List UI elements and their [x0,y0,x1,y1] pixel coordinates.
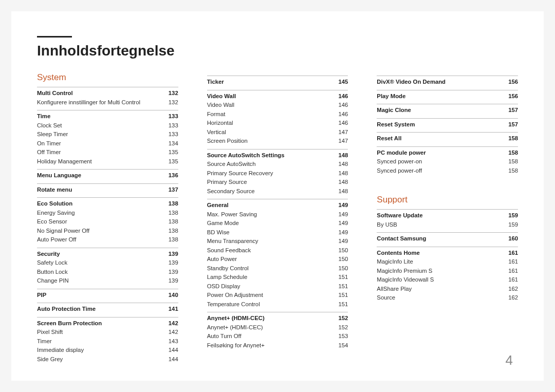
toc-heading-row[interactable]: PIP140 [37,291,178,300]
toc-entry-row[interactable]: Lamp Schedule151 [207,273,348,282]
toc-entry-row[interactable]: Clock Set133 [37,121,178,130]
toc-entry-row[interactable]: Eco Sensor138 [37,217,178,227]
toc-entry-row[interactable]: Max. Power Saving149 [207,210,348,219]
toc-heading-row[interactable]: DivX® Video On Demand156 [377,78,518,87]
toc-entry-row[interactable]: Synced power-on158 [377,157,518,166]
toc-heading-row[interactable]: Multi Control132 [37,89,178,98]
toc-entry-row[interactable]: Feilsøking for Anynet+154 [207,341,348,350]
toc-entry-row[interactable]: Synced power-off158 [377,166,518,176]
toc-heading-row[interactable]: General149 [207,201,348,210]
toc-heading-page: 148 [333,151,348,160]
toc-heading-row[interactable]: Video Wall146 [207,92,348,101]
toc-entry-row[interactable]: Video Wall146 [207,101,348,110]
toc-entry-page: 161 [503,267,518,276]
toc-entry-row[interactable]: AllShare Play162 [377,285,518,294]
toc-entry-row[interactable]: Anynet+ (HDMI-CEC)152 [207,323,348,332]
toc-entry-row[interactable]: Change PIN139 [37,276,178,286]
toc-entry-row[interactable]: Primary Source148 [207,178,348,187]
toc-entry-row[interactable]: Safety Lock139 [37,258,178,268]
toc-columns: SystemMulti Control132Konfigurere innsti… [37,72,518,366]
toc-heading-row[interactable]: Magic Clone157 [377,106,518,115]
toc-entry-row[interactable]: BD Wise149 [207,228,348,237]
toc-entry-row[interactable]: Standby Control150 [207,264,348,273]
toc-entry-row[interactable]: Side Grey144 [37,355,178,364]
toc-heading-row[interactable]: Rotate menu137 [37,185,178,195]
toc-heading-page: 138 [163,199,178,209]
toc-heading-page: 133 [163,112,178,121]
toc-heading-row[interactable]: Contact Samsung160 [377,234,518,244]
toc-section: Eco Solution138Energy Saving138Eco Senso… [37,197,178,245]
toc-entry-row[interactable]: Screen Position147 [207,137,348,146]
title-rule [37,36,72,38]
toc-section: Anynet+ (HDMI-CEC)152Anynet+ (HDMI-CEC)1… [207,312,348,350]
toc-entry-row[interactable]: Konfigurere innstillinger for Multi Cont… [37,98,178,107]
toc-heading-row[interactable]: Menu Language136 [37,171,178,180]
toc-entry-row[interactable]: Immediate display144 [37,346,178,355]
toc-entry-row[interactable]: Temperature Control151 [207,300,348,309]
toc-entry-label: Holiday Management [37,157,163,166]
toc-entry-page: 143 [163,337,178,346]
toc-heading-row[interactable]: Play Mode156 [377,92,518,101]
toc-heading-page: 157 [503,120,518,129]
toc-heading-row[interactable]: Screen Burn Protection142 [37,319,178,328]
toc-entry-row[interactable]: MagicInfo Lite161 [377,257,518,267]
toc-heading-row[interactable]: Security139 [37,250,178,259]
toc-entry-label: BD Wise [207,228,334,237]
toc-entry-row[interactable]: Sound Feedback150 [207,246,348,255]
toc-heading-label: Menu Language [37,171,163,180]
toc-entry-row[interactable]: Button Lock139 [37,268,178,277]
toc-entry-row[interactable]: Energy Saving138 [37,209,178,218]
toc-column: SystemMulti Control132Konfigurere innsti… [37,72,178,366]
toc-entry-label: Temperature Control [207,300,334,309]
toc-heading-page: 158 [503,134,518,143]
toc-heading-row[interactable]: Ticker145 [207,78,348,87]
toc-entry-row[interactable]: Off Timer135 [37,148,178,157]
toc-entry-row[interactable]: MagicInfo Videowall S161 [377,275,518,285]
toc-section: PC module power158Synced power-on158Sync… [377,146,518,176]
toc-entry-row[interactable]: On Timer134 [37,139,178,148]
toc-heading-label: Multi Control [37,89,163,98]
toc-entry-row[interactable]: Game Mode149 [207,219,348,228]
toc-entry-row[interactable]: Power On Adjustment151 [207,291,348,300]
page: Innholdsfortegnelse SystemMulti Control1… [11,11,544,381]
toc-heading-row[interactable]: Reset System157 [377,120,518,129]
toc-heading-row[interactable]: Auto Protection Time141 [37,305,178,314]
toc-entry-row[interactable]: Auto Power150 [207,255,348,264]
toc-heading-row[interactable]: PC module power158 [377,148,518,158]
toc-entry-row[interactable]: Vertical147 [207,128,348,137]
toc-entry-page: 138 [163,217,178,227]
toc-entry-row[interactable]: By USB159 [377,220,518,230]
toc-entry-row[interactable]: Horizontal146 [207,119,348,128]
toc-entry-row[interactable]: Auto Turn Off153 [207,332,348,341]
toc-entry-row[interactable]: Holiday Management135 [37,157,178,166]
section-rule [37,87,178,87]
toc-heading-row[interactable]: Anynet+ (HDMI-CEC)152 [207,314,348,323]
toc-entry-row[interactable]: MagicInfo Premium S161 [377,267,518,276]
toc-entry-label: Timer [37,337,163,346]
toc-heading-row[interactable]: Eco Solution138 [37,199,178,209]
toc-section: Time133Clock Set133Sleep Timer133On Time… [37,110,178,166]
toc-entry-row[interactable]: No Signal Power Off138 [37,227,178,236]
toc-entry-label: Anynet+ (HDMI-CEC) [207,323,334,332]
toc-entry-row[interactable]: Source162 [377,293,518,303]
toc-entry-row[interactable]: Sleep Timer133 [37,130,178,139]
section-rule [37,197,178,198]
toc-entry-label: Secondary Source [207,187,334,196]
toc-section: Multi Control132Konfigurere innstillinge… [37,87,178,107]
toc-entry-row[interactable]: Timer143 [37,337,178,346]
toc-heading-row[interactable]: Software Update159 [377,211,518,220]
toc-heading-row[interactable]: Time133 [37,112,178,121]
toc-heading-row[interactable]: Reset All158 [377,134,518,143]
toc-entry-row[interactable]: Primary Source Recovery148 [207,169,348,178]
toc-entry-row[interactable]: Auto Power Off138 [37,235,178,245]
toc-entry-row[interactable]: Pixel Shift142 [37,328,178,337]
toc-heading-page: 160 [503,234,518,244]
toc-entry-row[interactable]: Format146 [207,110,348,119]
toc-entry-row[interactable]: OSD Display151 [207,282,348,291]
toc-entry-row[interactable]: Secondary Source148 [207,187,348,196]
toc-section: DivX® Video On Demand156 [377,76,518,87]
toc-heading-row[interactable]: Contents Home161 [377,249,518,258]
toc-heading-row[interactable]: Source AutoSwitch Settings148 [207,151,348,160]
toc-entry-row[interactable]: Source AutoSwitch148 [207,160,348,169]
toc-entry-row[interactable]: Menu Transparency149 [207,237,348,246]
